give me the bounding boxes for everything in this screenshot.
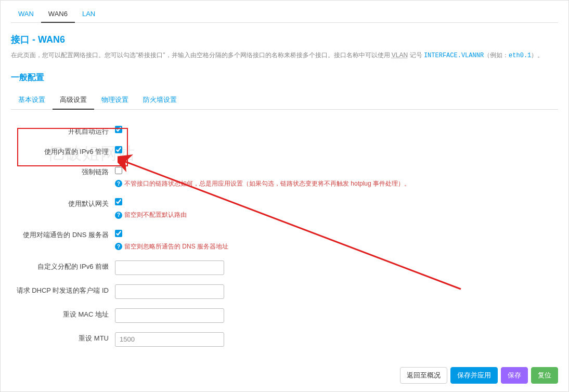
- reset-button[interactable]: 复位: [531, 367, 558, 384]
- desc-text-3: （例如：: [484, 51, 509, 59]
- label-force-link: 强制链路: [11, 166, 115, 177]
- checkbox-default-gw[interactable]: [115, 198, 122, 205]
- checkbox-auto-start[interactable]: [115, 126, 122, 133]
- input-mtu-override[interactable]: [115, 332, 224, 347]
- help-icon: ?: [115, 212, 122, 219]
- label-dhcp-client-id: 请求 DHCP 时发送的客户端 ID: [11, 284, 115, 295]
- help-default-gw: 留空则不配置默认路由: [124, 211, 187, 219]
- save-button[interactable]: 保存: [501, 367, 528, 384]
- tab-wan6[interactable]: WAN6: [41, 6, 75, 23]
- sub-tabs: 基本设置 高级设置 物理设置 防火墙设置: [11, 91, 558, 110]
- label-default-gw: 使用默认网关: [11, 198, 115, 208]
- label-mac-override: 重设 MAC 地址: [11, 308, 115, 319]
- input-ipv6-prefix[interactable]: [115, 260, 224, 275]
- label-auto-start: 开机自动运行: [11, 125, 115, 136]
- save-apply-button[interactable]: 保存并应用: [450, 367, 498, 384]
- label-ipv6-mgmt: 使用内置的 IPv6 管理: [11, 146, 115, 156]
- tab-lan[interactable]: LAN: [75, 6, 102, 22]
- vlan-example: eth0.1: [509, 52, 531, 59]
- section-title: 一般配置: [11, 72, 558, 83]
- subtab-advanced[interactable]: 高级设置: [53, 91, 94, 110]
- help-icon: ?: [115, 243, 122, 250]
- help-icon: ?: [115, 180, 122, 187]
- top-tabs: WAN WAN6 LAN: [11, 1, 558, 23]
- subtab-firewall[interactable]: 防火墙设置: [136, 91, 184, 109]
- subtab-physical[interactable]: 物理设置: [94, 91, 136, 109]
- desc-text-4: ）。: [531, 51, 544, 59]
- tab-wan[interactable]: WAN: [11, 6, 41, 22]
- checkbox-peer-dns[interactable]: [115, 230, 122, 237]
- vlan-abbr: VLAN: [392, 51, 408, 59]
- help-force-link: 不管接口的链路状态如何，总是用应用设置（如果勾选，链路状态变更将不再触发 hot…: [124, 179, 410, 188]
- checkbox-force-link[interactable]: [115, 167, 122, 174]
- input-dhcp-client-id[interactable]: [115, 284, 224, 299]
- vlan-notation: INTERFACE.VLANNR: [424, 52, 484, 59]
- page-title: 接口 - WAN6: [11, 33, 558, 46]
- desc-text-2: 记号: [408, 51, 424, 59]
- back-button[interactable]: 返回至概况: [400, 367, 447, 384]
- input-mac-override[interactable]: [115, 308, 224, 323]
- label-ipv6-prefix: 自定义分配的 IPv6 前缀: [11, 260, 115, 271]
- help-peer-dns: 留空则忽略所通告的 DNS 服务器地址: [124, 242, 228, 251]
- page-description: 在此页面，您可以配置网络接口。您可以勾选"桥接接口"，并输入由空格分隔的多个网络…: [11, 50, 558, 62]
- label-peer-dns: 使用对端通告的 DNS 服务器: [11, 229, 115, 240]
- checkbox-ipv6-mgmt[interactable]: [115, 146, 122, 153]
- button-bar: 返回至概况 保存并应用 保存 复位: [400, 367, 558, 384]
- subtab-basic[interactable]: 基本设置: [11, 91, 53, 109]
- label-mtu-override: 重设 MTU: [11, 332, 115, 343]
- desc-text-1: 在此页面，您可以配置网络接口。您可以勾选"桥接接口"，并输入由空格分隔的多个网络…: [11, 51, 392, 59]
